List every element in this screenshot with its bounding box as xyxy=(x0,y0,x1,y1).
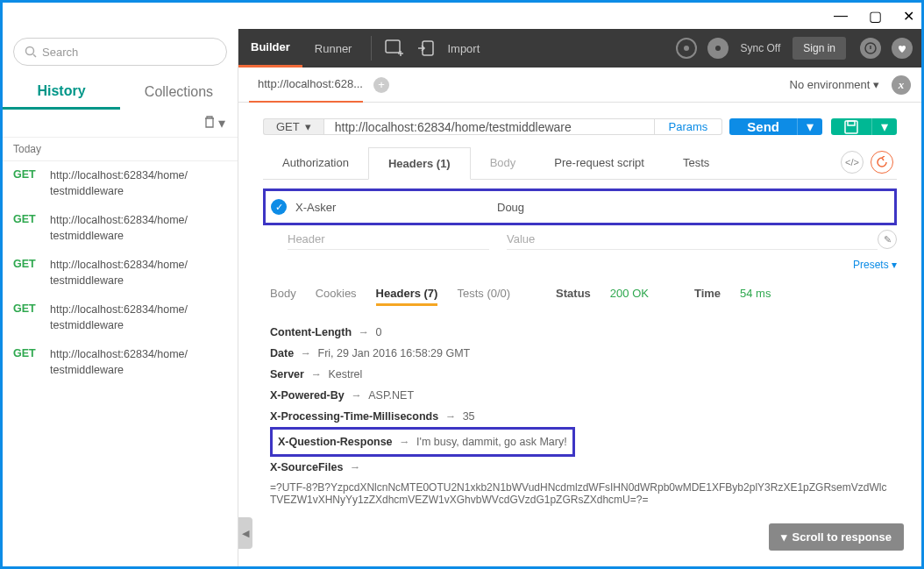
signin-button[interactable]: Sign in xyxy=(793,37,846,60)
header-name[interactable]: X-Asker xyxy=(295,201,497,214)
history-item[interactable]: GEThttp://localhost:62834/home/testmiddl… xyxy=(3,251,238,295)
header-row[interactable]: ✓ X-Asker Doug xyxy=(271,193,889,221)
trash-icon[interactable] xyxy=(203,115,217,132)
sidebar-tabs: History Collections xyxy=(3,75,238,110)
sync-status-icon[interactable] xyxy=(707,38,729,59)
highlighted-response-header: X-Question-Response → I'm busy, dammit, … xyxy=(270,427,575,457)
history-item[interactable]: GEThttp://localhost:62834/home/testmiddl… xyxy=(3,161,238,206)
send-dropdown[interactable]: ▾ xyxy=(797,118,822,135)
import-icon[interactable] xyxy=(414,36,438,60)
collapse-sidebar-handle[interactable]: ◀ xyxy=(238,517,252,549)
request-headers-block: ✓ X-Asker Doug Header Value ✎ Presets ▾ xyxy=(238,180,921,271)
response-headers-tab[interactable]: Headers (7) xyxy=(376,287,438,306)
svg-rect-11 xyxy=(848,121,855,125)
reset-icon[interactable] xyxy=(871,151,893,174)
arrow-icon: → xyxy=(396,436,413,448)
main-panel: http://localhost:628... + No environment… xyxy=(238,68,921,566)
history-item[interactable]: GEThttp://localhost:62834/home/testmiddl… xyxy=(3,340,238,385)
response-header-name: Server xyxy=(270,368,304,381)
import-label[interactable]: Import xyxy=(447,42,480,55)
presets-button[interactable]: Presets ▾ xyxy=(853,253,897,271)
request-subtabs: Authorization Headers (1) Body Pre-reque… xyxy=(263,147,897,180)
response-body-tab[interactable]: Body xyxy=(270,287,296,300)
history-item[interactable]: GEThttp://localhost:62834/home/testmiddl… xyxy=(3,206,238,251)
response-header-value: 0 xyxy=(375,326,381,338)
header-value-placeholder[interactable]: Value xyxy=(507,229,878,250)
collections-tab[interactable]: Collections xyxy=(120,75,238,110)
notifications-icon[interactable] xyxy=(860,38,881,59)
arrow-icon: → xyxy=(308,368,324,381)
minimize-button[interactable]: — xyxy=(834,8,848,24)
header-placeholder-row[interactable]: Header Value ✎ xyxy=(263,225,897,253)
quick-look-icon[interactable]: x xyxy=(892,75,911,95)
active-request-tab[interactable]: http://localhost:628... xyxy=(249,68,363,103)
method-label: GET xyxy=(276,120,300,133)
tests-tab[interactable]: Tests xyxy=(664,147,729,179)
send-button[interactable]: Send xyxy=(729,118,797,135)
response-tests-tab[interactable]: Tests (0/0) xyxy=(457,287,510,300)
code-icon[interactable]: </> xyxy=(841,151,864,174)
heart-icon[interactable] xyxy=(892,38,913,59)
save-button[interactable] xyxy=(831,118,871,135)
builder-tab[interactable]: Builder xyxy=(238,29,302,68)
history-item[interactable]: GEThttp://localhost:62834/home/testmiddl… xyxy=(3,295,238,340)
scroll-to-response-label: Scroll to response xyxy=(793,530,892,544)
interceptor-icon[interactable] xyxy=(676,38,697,59)
svg-point-5 xyxy=(715,46,721,51)
new-window-icon[interactable] xyxy=(382,36,407,60)
header-enabled-check-icon[interactable]: ✓ xyxy=(271,199,287,215)
new-tab-button[interactable]: + xyxy=(373,77,389,93)
prerequest-tab[interactable]: Pre-request script xyxy=(535,147,664,179)
save-dropdown[interactable]: ▾ xyxy=(871,118,897,135)
chevron-down-icon: ▾ xyxy=(781,530,787,544)
request-row: GET ▾ http://localhost:62834/home/testmi… xyxy=(238,103,921,147)
response-header-name: X-SourceFiles xyxy=(270,461,343,473)
arrow-icon: → xyxy=(297,347,314,359)
params-button[interactable]: Params xyxy=(655,118,723,135)
history-method: GET xyxy=(13,347,39,378)
history-list: GEThttp://localhost:62834/home/testmiddl… xyxy=(3,161,238,385)
trash-chevron-icon[interactable]: ▾ xyxy=(218,115,225,132)
search-placeholder: Search xyxy=(42,46,78,59)
response-cookies-tab[interactable]: Cookies xyxy=(316,287,357,300)
window-titlebar: — ▢ ✕ xyxy=(3,3,921,29)
status-value: 200 OK xyxy=(610,287,649,300)
runner-tab[interactable]: Runner xyxy=(302,29,365,68)
sidebar: Search History Collections ▾ Today GETht… xyxy=(3,29,238,566)
close-button[interactable]: ✕ xyxy=(903,8,914,25)
response-header-name: X-Question-Response xyxy=(278,436,393,448)
response-header-name: X-Processing-Time-Milliseconds xyxy=(270,410,438,423)
headers-tab[interactable]: Headers (1) xyxy=(368,147,471,180)
url-input[interactable]: http://localhost:62834/home/testmiddlewa… xyxy=(323,118,655,135)
arrow-icon: → xyxy=(346,461,360,473)
time-value: 54 ms xyxy=(740,287,771,300)
response-header-long-value: =?UTF-8?B?YzpcdXNlcnNcMTE0OTU2N1xkb2N1bW… xyxy=(270,478,890,509)
response-header-value: Kestrel xyxy=(328,368,362,381)
svg-point-4 xyxy=(684,46,689,51)
scroll-to-response-button[interactable]: ▾ Scroll to response xyxy=(769,523,904,551)
header-name-placeholder[interactable]: Header xyxy=(288,229,489,250)
response-header-name: Date xyxy=(270,347,294,359)
svg-rect-10 xyxy=(845,121,857,133)
history-url: http://localhost:62834/home/testmiddlewa… xyxy=(50,258,188,288)
authorization-tab[interactable]: Authorization xyxy=(263,147,368,179)
response-header-value: ASP.NET xyxy=(368,389,414,402)
history-method: GET xyxy=(13,168,39,199)
response-header-row: Content-Length → 0 xyxy=(270,322,890,343)
response-header-value: I'm busy, dammit, go ask Mary! xyxy=(416,436,567,448)
toolbar-divider xyxy=(371,36,372,60)
arrow-icon: → xyxy=(355,326,372,338)
history-url: http://localhost:62834/home/testmiddlewa… xyxy=(50,347,188,378)
response-header-row: X-Question-Response → I'm busy, dammit, … xyxy=(278,431,567,452)
edit-icon[interactable]: ✎ xyxy=(878,230,897,249)
method-selector[interactable]: GET ▾ xyxy=(263,118,323,135)
header-value[interactable]: Doug xyxy=(497,201,889,214)
environment-selector[interactable]: No environment ▾ xyxy=(790,78,879,91)
search-input[interactable]: Search xyxy=(13,38,227,66)
history-tab[interactable]: History xyxy=(3,75,120,110)
body-tab[interactable]: Body xyxy=(471,147,536,179)
svg-rect-0 xyxy=(386,40,400,53)
arrow-icon: → xyxy=(442,410,458,423)
time-label: Time xyxy=(694,287,721,300)
maximize-button[interactable]: ▢ xyxy=(869,8,882,25)
